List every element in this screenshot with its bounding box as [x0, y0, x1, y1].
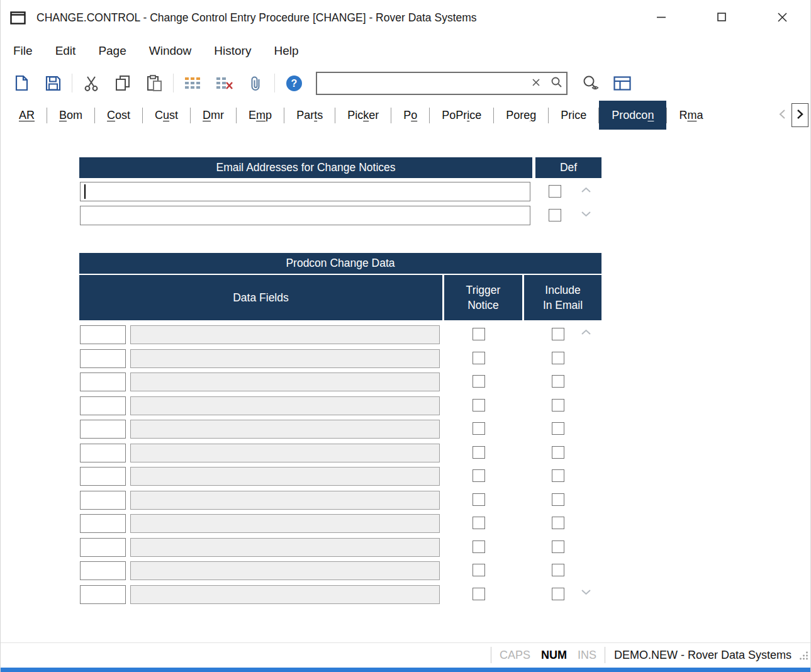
include-in-email-checkbox[interactable] — [552, 540, 564, 553]
copy-button[interactable] — [107, 69, 138, 97]
search-go-button[interactable] — [546, 73, 566, 94]
toolbar-search-input[interactable] — [317, 77, 526, 89]
scroll-up-icon[interactable] — [581, 329, 591, 335]
email-address-input[interactable] — [80, 206, 530, 225]
data-field-code-input[interactable] — [80, 420, 126, 439]
tab-cost[interactable]: Cost — [95, 103, 142, 128]
data-field-code-input[interactable] — [80, 444, 126, 462]
include-in-email-checkbox[interactable] — [552, 588, 564, 600]
trigger-notice-checkbox[interactable] — [473, 540, 485, 553]
status-separator — [491, 647, 491, 663]
prodcon-row — [79, 537, 601, 561]
trigger-notice-checkbox[interactable] — [473, 352, 485, 364]
tab-po[interactable]: Po — [391, 103, 429, 128]
include-in-email-checkbox[interactable] — [552, 564, 564, 576]
include-in-email-checkbox[interactable] — [552, 328, 564, 340]
tab-prodcon[interactable]: Prodcon — [599, 101, 666, 130]
data-field-code-input[interactable] — [80, 491, 126, 510]
data-field-code-input[interactable] — [80, 514, 126, 533]
include-in-email-checkbox[interactable] — [552, 352, 564, 364]
close-icon — [777, 12, 788, 25]
include-in-email-checkbox[interactable] — [552, 422, 564, 435]
save-button[interactable] — [37, 69, 69, 97]
include-in-email-checkbox[interactable] — [552, 375, 564, 388]
data-field-code-input[interactable] — [80, 349, 126, 368]
trigger-notice-checkbox[interactable] — [473, 422, 485, 435]
table-view-button[interactable] — [607, 69, 638, 97]
menu-item-edit[interactable]: Edit — [44, 36, 87, 65]
data-field-code-input[interactable] — [80, 372, 126, 391]
data-field-value — [130, 444, 440, 462]
toolbar-search-box — [316, 72, 568, 95]
trigger-notice-checkbox[interactable] — [473, 588, 485, 600]
tab-scroll-controls — [773, 102, 808, 128]
close-button[interactable] — [771, 5, 793, 31]
scroll-up-icon[interactable] — [581, 187, 591, 193]
def-checkbox[interactable] — [549, 185, 561, 198]
tab-rma[interactable]: Rma — [667, 103, 715, 128]
trigger-notice-checkbox[interactable] — [473, 375, 485, 388]
menu-item-help[interactable]: Help — [262, 36, 310, 65]
email-address-input[interactable] — [80, 182, 530, 201]
caps-indicator: CAPS — [500, 649, 530, 662]
insert-line-button[interactable] — [177, 69, 208, 97]
tab-price[interactable]: Price — [549, 103, 598, 128]
tab-scroll-right-button[interactable] — [791, 103, 808, 127]
trigger-notice-checkbox[interactable] — [473, 446, 485, 459]
menu-item-file[interactable]: File — [2, 36, 44, 65]
tab-emp[interactable]: Emp — [237, 103, 284, 128]
tab-poprice[interactable]: PoPrice — [430, 103, 493, 128]
data-field-code-input[interactable] — [80, 325, 126, 344]
delete-line-button[interactable] — [208, 69, 240, 97]
include-in-email-checkbox[interactable] — [552, 446, 564, 459]
ins-indicator: INS — [578, 649, 596, 662]
attachment-icon — [249, 75, 262, 92]
data-field-value — [130, 349, 440, 368]
def-header-cell: Def — [535, 157, 601, 178]
trigger-notice-checkbox[interactable] — [473, 493, 485, 506]
include-in-email-checkbox[interactable] — [552, 493, 564, 506]
tab-dmr[interactable]: Dmr — [191, 103, 236, 128]
scroll-down-icon[interactable] — [581, 589, 591, 595]
tab-bom[interactable]: Bom — [47, 103, 94, 128]
tab-picker[interactable]: Picker — [335, 103, 391, 128]
paste-button[interactable] — [138, 69, 170, 97]
attachment-button[interactable] — [240, 69, 271, 97]
resize-grip-icon[interactable] — [799, 651, 808, 660]
new-file-button[interactable] — [6, 69, 37, 97]
search-icon — [551, 76, 562, 90]
toolbar: ? — [1, 65, 810, 101]
trigger-notice-checkbox[interactable] — [473, 399, 485, 412]
tab-ar[interactable]: AR — [7, 103, 47, 128]
trigger-notice-checkbox[interactable] — [473, 564, 485, 576]
minimize-button[interactable] — [651, 5, 672, 31]
include-in-email-checkbox[interactable] — [552, 469, 564, 482]
data-field-code-input[interactable] — [80, 585, 126, 604]
scroll-down-icon[interactable] — [581, 211, 591, 217]
find-view-button[interactable] — [575, 69, 607, 97]
menu-item-page[interactable]: Page — [87, 36, 137, 65]
session-label: DEMO.NEW - Rover Data Systems — [614, 649, 791, 662]
help-button[interactable]: ? — [278, 69, 310, 97]
maximize-button[interactable] — [711, 5, 732, 31]
trigger-notice-checkbox[interactable] — [473, 328, 485, 340]
tab-parts[interactable]: Parts — [284, 103, 335, 128]
def-checkbox[interactable] — [549, 209, 561, 221]
trigger-notice-checkbox[interactable] — [473, 469, 485, 482]
cut-button[interactable] — [76, 69, 107, 97]
menu-item-window[interactable]: Window — [138, 36, 203, 65]
data-field-code-input[interactable] — [80, 538, 126, 557]
trigger-notice-checkbox[interactable] — [473, 517, 485, 529]
tab-poreg[interactable]: Poreg — [494, 103, 548, 128]
search-clear-button[interactable] — [526, 73, 546, 94]
toolbar-separator — [72, 74, 72, 92]
include-in-email-checkbox[interactable] — [552, 399, 564, 412]
data-field-code-input[interactable] — [80, 396, 126, 415]
maximize-icon — [717, 12, 727, 24]
data-field-code-input[interactable] — [80, 561, 126, 580]
include-in-email-checkbox[interactable] — [552, 517, 564, 529]
tab-scroll-left-button[interactable] — [776, 104, 788, 126]
tab-cust[interactable]: Cust — [143, 103, 190, 128]
data-field-code-input[interactable] — [80, 467, 126, 486]
menu-item-history[interactable]: History — [203, 36, 262, 65]
